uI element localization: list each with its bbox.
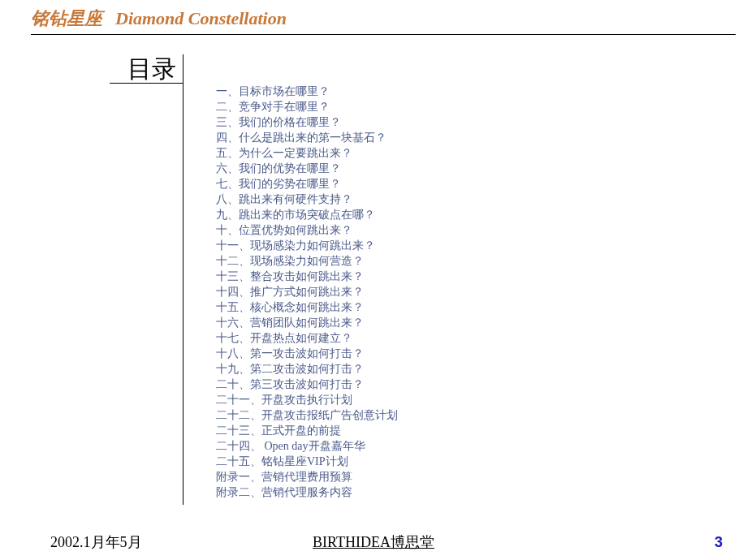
- toc-item: 七、我们的劣势在哪里？: [216, 176, 747, 192]
- toc-item: 十九、第二攻击波如何打击？: [216, 361, 747, 377]
- toc-container: 目录 一、目标市场在哪里？二、竞争对手在哪里？三、我们的价格在哪里？四、什么是跳…: [110, 54, 747, 505]
- toc-title: 目录: [110, 54, 176, 84]
- toc-item: 四、什么是跳出来的第一块基石？: [216, 130, 747, 145]
- footer: 2002.1月年5月 BIRTHIDEA博思堂 3: [0, 532, 747, 552]
- header-title-cn: 铭钻星座: [31, 8, 102, 28]
- toc-item: 八、跳出来有何硬件支持？: [216, 192, 747, 207]
- footer-page: 3: [715, 534, 723, 551]
- toc-item: 六、我们的优势在哪里？: [216, 161, 747, 176]
- toc-item: 二十一、开盘攻击执行计划: [216, 392, 747, 407]
- toc-left: 目录: [110, 54, 183, 84]
- footer-date: 2002.1月年5月: [50, 532, 142, 552]
- toc-item: 二十二、开盘攻击报纸广告创意计划: [216, 407, 747, 423]
- toc-item: 一、目标市场在哪里？: [216, 84, 747, 99]
- footer-center: BIRTHIDEA博思堂: [313, 532, 434, 552]
- toc-item: 二十四、 Open day开盘嘉年华: [216, 438, 747, 454]
- toc-item: 三、我们的价格在哪里？: [216, 114, 747, 130]
- header-rule: [31, 34, 736, 35]
- toc-item: 十一、现场感染力如何跳出来？: [216, 238, 747, 253]
- toc-item: 十四、推广方式如何跳出来？: [216, 284, 747, 299]
- toc-item: 二十、第三攻击波如何打击？: [216, 377, 747, 392]
- toc-item: 十八、第一攻击波如何打击？: [216, 346, 747, 361]
- header-title-en: Diamond Constellation: [115, 8, 287, 28]
- toc-item: 二、竞争对手在哪里？: [216, 99, 747, 114]
- toc-item: 二十五、铭钻星座VIP计划: [216, 454, 747, 469]
- toc-item: 十、位置优势如何跳出来？: [216, 222, 747, 238]
- toc-item: 二十三、正式开盘的前提: [216, 423, 747, 438]
- toc-item: 十五、核心概念如何跳出来？: [216, 299, 747, 315]
- toc-item: 五、为什么一定要跳出来？: [216, 145, 747, 161]
- toc-item: 十七、开盘热点如何建立？: [216, 330, 747, 346]
- toc-item: 十三、整合攻击如何跳出来？: [216, 269, 747, 284]
- toc-item: 附录二、营销代理服务内容: [216, 485, 747, 500]
- toc-list: 一、目标市场在哪里？二、竞争对手在哪里？三、我们的价格在哪里？四、什么是跳出来的…: [184, 54, 747, 505]
- toc-item: 附录一、营销代理费用预算: [216, 469, 747, 485]
- toc-item: 九、跳出来的市场突破点在哪？: [216, 207, 747, 222]
- header: 铭钻星座 Diamond Constellation: [0, 0, 747, 35]
- toc-item: 十二、现场感染力如何营造？: [216, 253, 747, 269]
- toc-item: 十六、营销团队如何跳出来？: [216, 315, 747, 330]
